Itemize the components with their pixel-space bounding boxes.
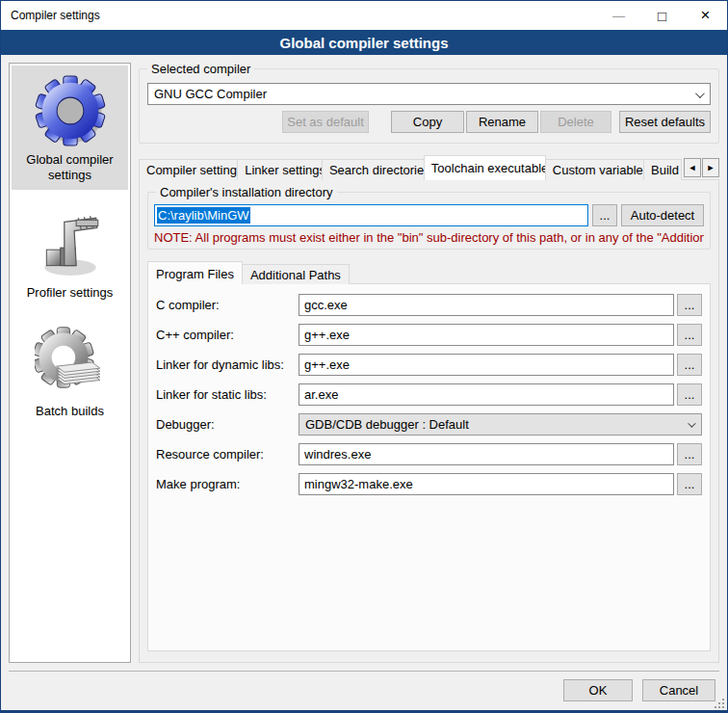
installation-directory-group: Compiler's installation directory C:\ray… <box>147 192 711 250</box>
debugger-label: Debugger: <box>156 417 299 432</box>
c-compiler-input[interactable] <box>299 294 674 316</box>
sidebar-item-batch-builds[interactable]: Batch builds <box>12 317 128 427</box>
notebook-tabstrip: Program Files Additional Paths <box>147 261 711 284</box>
cpp-compiler-input[interactable] <box>299 324 674 346</box>
reset-defaults-button[interactable]: Reset defaults <box>619 111 711 133</box>
installation-directory-note: NOTE: All programs must exist either in … <box>154 230 704 245</box>
make-program-input[interactable] <box>299 473 674 495</box>
auto-detect-button[interactable]: Auto-detect <box>621 204 704 226</box>
linker-dynamic-input[interactable] <box>299 354 674 376</box>
program-files-notebook: Program Files Additional Paths C compile… <box>147 261 711 651</box>
tab-compiler-settings[interactable]: Compiler settings <box>139 159 238 180</box>
tab-program-files[interactable]: Program Files <box>147 261 243 284</box>
sidebar-item-label: Batch builds <box>36 404 104 419</box>
resource-compiler-browse-button[interactable]: ... <box>677 443 702 465</box>
field-row-debugger: Debugger: GDB/CDB debugger : Default <box>156 413 702 436</box>
settings-content: Selected compiler GNU GCC Compiler Set a… <box>139 63 719 663</box>
linker-dynamic-browse-button[interactable]: ... <box>677 354 702 376</box>
titlebar: Compiler settings — □ × <box>1 1 727 30</box>
linker-dynamic-label: Linker for dynamic libs: <box>156 357 299 372</box>
compiler-select[interactable]: GNU GCC Compiler <box>147 83 711 105</box>
compiler-select-value: GNU GCC Compiler <box>154 87 267 101</box>
linker-static-browse-button[interactable]: ... <box>677 383 702 406</box>
tab-search-directories[interactable]: Search directories <box>322 159 425 180</box>
selected-compiler-group-label: Selected compiler <box>147 62 254 76</box>
field-row-linker-dynamic: Linker for dynamic libs: ... <box>156 354 702 376</box>
sidebar-item-profiler-settings[interactable]: Profiler settings <box>12 198 128 308</box>
cpp-compiler-label: C++ compiler: <box>156 328 299 342</box>
window-title: Compiler settings <box>1 9 597 22</box>
browse-directory-button[interactable]: ... <box>592 204 617 226</box>
cancel-button[interactable]: Cancel <box>642 679 715 701</box>
tab-build-options[interactable]: Build <box>643 159 682 180</box>
blue-gear-icon <box>35 75 106 146</box>
tab-scroll-left-icon[interactable]: ◄ <box>684 158 701 177</box>
selected-compiler-group: Selected compiler GNU GCC Compiler Set a… <box>139 68 719 144</box>
compiler-buttons-row: Set as default Copy Rename Delete Reset … <box>147 111 711 133</box>
delete-button[interactable]: Delete <box>540 111 611 133</box>
c-compiler-label: C compiler: <box>156 298 299 312</box>
tab-additional-paths[interactable]: Additional Paths <box>242 264 350 284</box>
sidebar-item-label: Profiler settings <box>27 285 114 301</box>
tab-scroll-buttons: ◄ ► <box>683 158 719 177</box>
settings-tabstrip: Compiler settings Linker settings Search… <box>139 155 719 180</box>
close-icon[interactable]: × <box>684 2 727 30</box>
linker-static-input[interactable] <box>299 383 674 406</box>
maximize-icon[interactable]: □ <box>640 2 684 30</box>
resize-grip-icon[interactable] <box>714 698 725 709</box>
settings-category-list: Global compiler settings Profi <box>9 63 131 663</box>
caliper-icon <box>35 208 106 279</box>
field-row-resource-compiler: Resource compiler: ... <box>156 443 702 465</box>
cpp-compiler-browse-button[interactable]: ... <box>677 324 702 346</box>
program-files-page: C compiler: ... C++ compiler: ... <box>147 283 711 651</box>
c-compiler-browse-button[interactable]: ... <box>677 294 702 316</box>
installation-directory-group-label: Compiler's installation directory <box>156 185 337 199</box>
make-program-label: Make program: <box>156 477 299 491</box>
field-row-linker-static: Linker for static libs: ... <box>156 383 702 406</box>
ok-button[interactable]: OK <box>563 679 633 701</box>
rename-button[interactable]: Rename <box>466 111 538 133</box>
debugger-select[interactable]: GDB/CDB debugger : Default <box>299 413 702 436</box>
gray-gear-stack-icon <box>35 327 106 398</box>
field-row-make-program: Make program: ... <box>156 473 702 495</box>
dialog-footer: OK Cancel <box>9 671 719 710</box>
tab-custom-variables[interactable]: Custom variables <box>545 159 644 180</box>
compiler-settings-dialog: Compiler settings — □ × Global compiler … <box>0 0 728 713</box>
dialog-body: Global compiler settings Profi <box>1 55 727 663</box>
set-as-default-button[interactable]: Set as default <box>282 111 369 133</box>
tab-scroll-right-icon[interactable]: ► <box>702 158 719 177</box>
resource-compiler-label: Resource compiler: <box>156 447 299 462</box>
chevron-down-icon <box>695 89 705 98</box>
field-row-cpp-compiler: C++ compiler: ... <box>156 324 702 346</box>
sidebar-item-label: Global compiler settings <box>13 152 126 182</box>
installation-directory-input[interactable]: C:\raylib\MinGW <box>154 204 588 226</box>
minimize-icon[interactable]: — <box>597 2 640 30</box>
tab-linker-settings[interactable]: Linker settings <box>237 159 323 180</box>
installation-directory-row: C:\raylib\MinGW ... Auto-detect <box>154 204 704 226</box>
sidebar-item-global-compiler-settings[interactable]: Global compiler settings <box>12 66 128 190</box>
installation-directory-selected-text: C:\raylib\MinGW <box>157 207 250 224</box>
debugger-select-value: GDB/CDB debugger : Default <box>305 417 469 432</box>
linker-static-label: Linker for static libs: <box>156 387 299 402</box>
tab-toolchain-executables[interactable]: Toolchain executables <box>424 155 546 180</box>
resource-compiler-input[interactable] <box>299 443 674 465</box>
make-program-browse-button[interactable]: ... <box>677 473 702 495</box>
field-row-c-compiler: C compiler: ... <box>156 294 702 316</box>
copy-button[interactable]: Copy <box>391 111 464 133</box>
page-title: Global compiler settings <box>1 30 727 55</box>
chevron-down-icon <box>688 419 695 427</box>
toolchain-executables-page: Compiler's installation directory C:\ray… <box>139 179 719 663</box>
